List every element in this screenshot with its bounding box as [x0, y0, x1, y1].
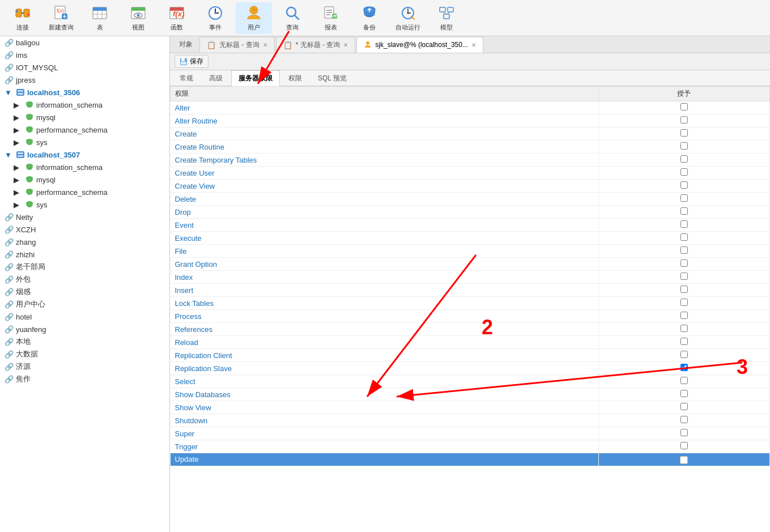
- priv-checkbox[interactable]: [680, 233, 688, 241]
- sub-tab-general[interactable]: 常规: [172, 70, 201, 86]
- priv-checkbox[interactable]: [680, 207, 688, 215]
- sub-tab-server-privs[interactable]: 服务器权限: [231, 70, 280, 86]
- sidebar-item-info-schema-3507[interactable]: ▶ information_schema: [0, 161, 169, 173]
- priv-checkbox[interactable]: [680, 286, 688, 293]
- tab-query1-close[interactable]: ✕: [263, 42, 267, 48]
- priv-checkbox[interactable]: [680, 155, 688, 163]
- toolbar-backup[interactable]: 备份: [351, 2, 388, 34]
- priv-checkbox[interactable]: [680, 312, 688, 319]
- priv-checkbox[interactable]: [680, 390, 688, 397]
- sidebar-item-mysql-3506[interactable]: ▶ mysql: [0, 111, 169, 124]
- toolbar-table[interactable]: 表: [82, 2, 118, 34]
- toolbar-auto-run[interactable]: 自动运行: [390, 2, 426, 34]
- priv-checkbox[interactable]: [680, 181, 688, 189]
- priv-checkbox[interactable]: [680, 364, 688, 371]
- main-layout: 🔗 baligou 🔗 ims 🔗 IOT_MYSQL 🔗 jpress ▼: [0, 36, 770, 532]
- priv-checkbox-highlight[interactable]: [680, 456, 688, 464]
- priv-checkbox[interactable]: [680, 351, 688, 358]
- toolbar-view[interactable]: 视图: [120, 2, 156, 34]
- toolbar-model[interactable]: 模型: [428, 2, 465, 34]
- priv-checkbox[interactable]: [680, 338, 688, 345]
- sidebar-item-yangan[interactable]: 🔗 烟感: [0, 286, 169, 298]
- tab-query2-close[interactable]: ✕: [343, 42, 348, 48]
- toolbar-new-query[interactable]: f(x) 新建查询: [43, 2, 79, 34]
- priv-checkbox[interactable]: [680, 129, 688, 137]
- priv-checkbox-cell: [598, 167, 769, 180]
- priv-checkbox[interactable]: [680, 168, 688, 176]
- sidebar-item-label: 焦作: [16, 374, 31, 384]
- toolbar-function[interactable]: f(x) 函数: [159, 2, 195, 34]
- priv-checkbox[interactable]: [680, 325, 688, 332]
- toolbar-user[interactable]: 用户: [236, 2, 272, 34]
- new-query-icon: f(x): [52, 5, 70, 22]
- priv-checkbox[interactable]: [680, 416, 688, 423]
- sidebar-item-perf-schema-3507[interactable]: ▶ performance_schema: [0, 186, 169, 198]
- priv-checkbox[interactable]: [680, 246, 688, 254]
- sidebar-item-jiyuan[interactable]: 🔗 济源: [0, 360, 169, 373]
- priv-checkbox-cell: [598, 310, 769, 323]
- sidebar-item-zhang[interactable]: 🔗 zhang: [0, 236, 169, 248]
- sidebar-item-info-schema-3506[interactable]: ▶ information_schema: [0, 99, 169, 111]
- priv-checkbox[interactable]: [680, 220, 688, 228]
- db-icon: 🔗: [5, 263, 14, 271]
- sidebar-item-zhizhi[interactable]: 🔗 zhizhi: [0, 248, 169, 261]
- sidebar-item-sys-3506[interactable]: ▶ sys: [0, 136, 169, 148]
- sidebar-item-mysql-3507[interactable]: ▶ mysql: [0, 173, 169, 186]
- table-row: Create: [171, 127, 770, 141]
- sidebar-item-bendi[interactable]: 🔗 本地: [0, 335, 169, 348]
- save-button[interactable]: 保存: [175, 55, 209, 68]
- user-panel: 保存 常规 高级 服务器权限 权限: [170, 53, 770, 532]
- tab-user[interactable]: sjk_slave@% (localhost_350... ✕: [356, 37, 483, 53]
- sidebar-item-label: baligou: [16, 39, 40, 47]
- sidebar-item-hotel[interactable]: 🔗 hotel: [0, 310, 169, 323]
- toolbar-query[interactable]: 查询: [274, 2, 310, 34]
- sidebar-item-jpress[interactable]: 🔗 jpress: [0, 74, 169, 86]
- svg-text:f(x): f(x): [57, 8, 64, 14]
- sidebar-item-xczh[interactable]: 🔗 XCZH: [0, 223, 169, 236]
- server-icon: ▼: [5, 88, 14, 97]
- tab-user-close[interactable]: ✕: [471, 42, 476, 48]
- priv-checkbox[interactable]: [680, 377, 688, 384]
- sidebar-item-waibao[interactable]: 🔗 外包: [0, 273, 169, 286]
- toolbar-event[interactable]: 事件: [197, 2, 233, 34]
- svg-point-18: [137, 14, 140, 17]
- server-icon: ▼: [5, 151, 14, 159]
- sidebar-item-localhost-3507[interactable]: ▼ localhost_3507: [0, 148, 169, 161]
- sidebar-item-yuanfeng[interactable]: 🔗 yuanfeng: [0, 323, 169, 335]
- priv-checkbox[interactable]: [680, 103, 688, 110]
- priv-checkbox[interactable]: [680, 429, 688, 436]
- sidebar-item-dashuju[interactable]: 🔗 大数据: [0, 348, 169, 360]
- priv-checkbox[interactable]: [680, 403, 688, 410]
- priv-checkbox[interactable]: [680, 116, 688, 124]
- priv-checkbox[interactable]: [680, 142, 688, 150]
- sidebar-item-localhost-3506[interactable]: ▼ localhost_3506: [0, 86, 169, 99]
- sub-tab-advanced[interactable]: 高级: [202, 70, 230, 86]
- priv-checkbox[interactable]: [680, 442, 688, 449]
- priv-checkbox[interactable]: [680, 194, 688, 202]
- sidebar-item-jiaozuo[interactable]: 🔗 焦作: [0, 373, 169, 385]
- tab-query2[interactable]: 📋 * 无标题 - 查询 ✕: [276, 37, 356, 53]
- priv-checkbox[interactable]: [680, 299, 688, 306]
- sidebar-item-label: 老干部局: [16, 262, 45, 272]
- sidebar-item-sys-3507[interactable]: ▶ sys: [0, 198, 169, 211]
- tab-object[interactable]: 对象: [172, 37, 199, 53]
- sidebar-item-laogan[interactable]: 🔗 老干部局: [0, 261, 169, 273]
- schema-icon: ▶: [14, 201, 23, 209]
- priv-checkbox[interactable]: [680, 259, 688, 267]
- svg-point-63: [366, 41, 369, 45]
- db-icon: 🔗: [5, 375, 14, 384]
- sub-tab-sql-preview[interactable]: SQL 预览: [310, 70, 354, 86]
- sub-tab-privs[interactable]: 权限: [281, 70, 309, 86]
- sidebar-item-yonghu[interactable]: 🔗 用户中心: [0, 298, 169, 310]
- toolbar-connect[interactable]: 连接: [5, 2, 41, 34]
- sidebar-item-baligou[interactable]: 🔗 baligou: [0, 36, 169, 49]
- sidebar-item-netty[interactable]: 🔗 Netty: [0, 211, 169, 223]
- toolbar-report[interactable]: 报表: [313, 2, 349, 34]
- sidebar-item-iot-mysql[interactable]: 🔗 IOT_MYSQL: [0, 61, 169, 74]
- tab-query1[interactable]: 📋 无标题 - 查询 ✕: [199, 37, 275, 53]
- sidebar-item-ims[interactable]: 🔗 ims: [0, 49, 169, 61]
- table-row: Alter: [171, 101, 770, 114]
- priv-checkbox[interactable]: [680, 273, 688, 280]
- sidebar-item-perf-schema-3506[interactable]: ▶ performance_schema: [0, 124, 169, 136]
- table-row: Shutdown: [171, 414, 770, 427]
